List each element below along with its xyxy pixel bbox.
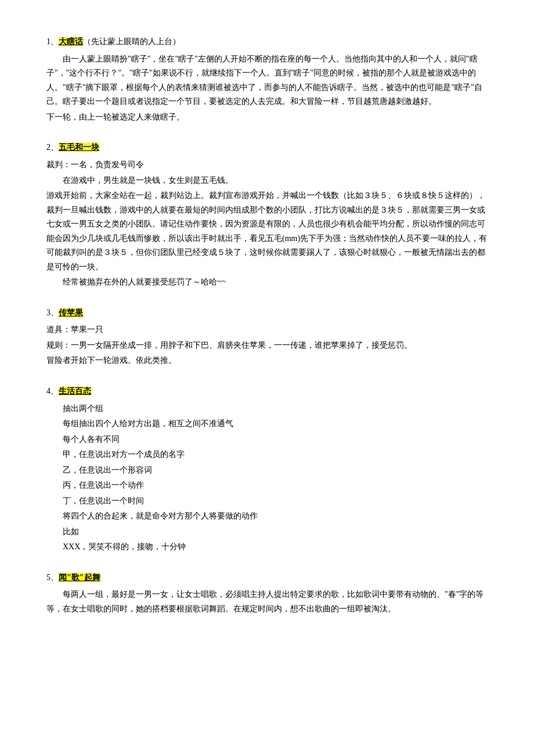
section-2-body: 裁判：一名，负责发号司令 在游戏中，男生就是一块钱，女生则是五毛钱。 游戏开始前… — [46, 158, 488, 290]
section-3-para-1: 道具：苹果一只 — [46, 323, 488, 337]
section-5-body: 每两人一组，最好是一男一女，让女士唱歌，必须唱主持人提出特定要求的歌，比如歌词中… — [46, 588, 488, 616]
section-5-number: 5、 — [46, 573, 59, 582]
section-2-title: 2、五毛和一块 — [46, 141, 488, 154]
section-1-para-1: 由一人蒙上眼睛扮"瞎子"，坐在"瞎子"左侧的人开始不断的指在座的每一个人。当他指… — [46, 52, 488, 109]
section-4-number: 4、 — [46, 387, 59, 395]
section-5-title: 5、闻"歌"起舞 — [46, 571, 488, 585]
section-5: 5、闻"歌"起舞 每两人一组，最好是一男一女，让女士唱歌，必须唱主持人提出特定要… — [46, 571, 488, 617]
section-3: 3、传苹果 道具：苹果一只 规则：一男一女隔开坐成一排，用脖子和下巴、肩膀夹住苹… — [46, 306, 488, 368]
section-4-body: 抽出两个组 每组抽出四个人给对方出题，相互之间不准通气 每个人各有不同 甲，任意… — [46, 402, 488, 555]
section-3-number: 3、 — [46, 308, 59, 317]
section-3-body: 道具：苹果一只 规则：一男一女隔开坐成一排，用脖子和下巴、肩膀夹住苹果，一一传递… — [46, 323, 488, 368]
section-4-para-2: 每组抽出四个人给对方出题，相互之间不准通气 — [46, 417, 488, 431]
section-2-para-2: 在游戏中，男生就是一块钱，女生则是五毛钱。 — [46, 174, 488, 188]
section-1-note: （先让蒙上眼睛的人上台） — [83, 37, 181, 46]
section-4-highlight: 生活百态 — [59, 387, 91, 395]
section-4-title: 4、生活百态 — [46, 384, 488, 398]
section-4-para-1: 抽出两个组 — [46, 402, 488, 416]
section-1-number: 1、 — [46, 37, 59, 46]
section-1-title: 1、大瞎话（先让蒙上眼睛的人上台） — [46, 35, 488, 49]
section-3-para-2: 规则：一男一女隔开坐成一排，用脖子和下巴、肩膀夹住苹果，一一传递，谁把苹果掉了，… — [46, 339, 488, 353]
section-2: 2、五毛和一块 裁判：一名，负责发号司令 在游戏中，男生就是一块钱，女生则是五毛… — [46, 141, 488, 289]
page-content: 1、大瞎话（先让蒙上眼睛的人上台） 由一人蒙上眼睛扮"瞎子"，坐在"瞎子"左侧的… — [46, 35, 488, 616]
section-2-para-3: 游戏开始前，大家全站在一起，裁判站边上。裁判宣布游戏开始，并喊出一个钱数（比如３… — [46, 189, 488, 274]
section-4-para-3: 每个人各有不同 — [46, 433, 488, 447]
section-2-para-1: 裁判：一名，负责发号司令 — [46, 158, 488, 172]
section-3-title: 3、传苹果 — [46, 306, 488, 320]
section-4-para-7: 丁，任意说出一个时间 — [46, 494, 488, 509]
section-4-para-6: 丙，任意说出一个动作 — [46, 478, 488, 493]
section-3-para-3: 冒险者开始下一轮游戏。依此类推。 — [46, 354, 488, 368]
section-2-para-4: 经常被抛弃在外的人就要接受惩罚了～哈哈~~ — [46, 275, 488, 290]
section-4-para-4: 甲，任意说出对方一个成员的名字 — [46, 448, 488, 462]
section-4: 4、生活百态 抽出两个组 每组抽出四个人给对方出题，相互之间不准通气 每个人各有… — [46, 384, 488, 555]
section-1-highlight: 大瞎话 — [59, 37, 83, 46]
section-1-body: 由一人蒙上眼睛扮"瞎子"，坐在"瞎子"左侧的人开始不断的指在座的每一个人。当他指… — [46, 52, 488, 125]
section-3-highlight: 传苹果 — [59, 308, 83, 317]
section-5-para-1: 每两人一组，最好是一男一女，让女士唱歌，必须唱主持人提出特定要求的歌，比如歌词中… — [46, 588, 488, 616]
section-4-para-8: 将四个人的合起来，就是命令对方那个人将要做的动作 — [46, 509, 488, 524]
section-4-para-9: 比如 — [46, 525, 488, 539]
section-4-para-5: 乙，任意说出一个形容词 — [46, 463, 488, 478]
section-5-highlight: 闻"歌"起舞 — [59, 573, 100, 582]
section-2-number: 2、 — [46, 143, 59, 152]
section-1: 1、大瞎话（先让蒙上眼睛的人上台） 由一人蒙上眼睛扮"瞎子"，坐在"瞎子"左侧的… — [46, 35, 488, 124]
section-1-para-2: 下一轮，由上一轮被选定人来做瞎子。 — [46, 110, 488, 125]
section-4-para-10: XXX，哭笑不得的，接吻，十分钟 — [46, 540, 488, 555]
section-2-highlight: 五毛和一块 — [59, 143, 99, 152]
